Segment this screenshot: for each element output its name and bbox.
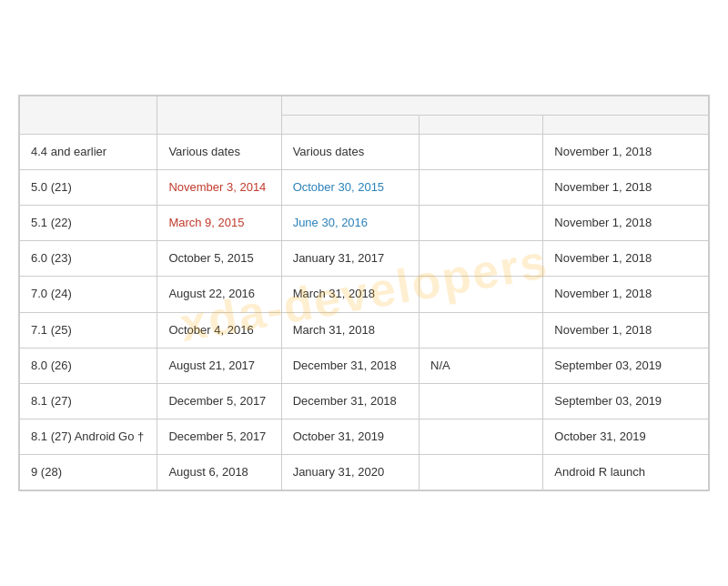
cell-os: 8.1 (27) Android Go †: [20, 419, 157, 455]
cell-swbuild: November 1, 2018: [543, 241, 709, 277]
cell-swbuild: November 1, 2018: [543, 205, 709, 240]
table-row: 7.0 (24)August 22, 2016March 31, 2018Nov…: [20, 277, 709, 312]
cell-os: 4.4 and earlier: [20, 134, 157, 169]
cell-os: 6.0 (23): [20, 241, 157, 277]
table-row: 5.0 (21)November 3, 2014October 30, 2015…: [20, 169, 709, 205]
cell-product: N/A: [420, 348, 543, 383]
table-row: 7.1 (25)October 4, 2016March 31, 2018Nov…: [20, 312, 709, 348]
cell-aosp: October 4, 2016: [157, 312, 281, 348]
cell-device: December 31, 2018: [281, 348, 419, 383]
cell-device: March 31, 2018: [281, 312, 419, 348]
approval-table: 4.4 and earlierVarious datesVarious date…: [19, 96, 709, 491]
cell-swbuild: November 1, 2018: [543, 169, 709, 205]
cell-os: 9 (28): [20, 455, 157, 490]
cell-product: [420, 383, 543, 419]
cell-swbuild: November 1, 2018: [543, 134, 709, 169]
cell-aosp: March 9, 2015: [157, 205, 281, 240]
cell-product: [420, 419, 543, 455]
cell-aosp: Various dates: [157, 134, 281, 169]
cell-product: [420, 205, 543, 240]
table-row: 5.1 (22)March 9, 2015June 30, 2016Novemb…: [20, 205, 709, 240]
main-table-wrapper: xda-developers 4.4 and earlierVarious da…: [18, 95, 710, 492]
cell-aosp: December 5, 2017: [157, 419, 281, 455]
cell-swbuild: October 31, 2019: [543, 419, 709, 455]
cell-device: October 31, 2019: [281, 419, 419, 455]
header-aosp: [157, 96, 281, 134]
cell-product: [420, 241, 543, 277]
cell-device: October 30, 2015: [281, 169, 419, 205]
cell-aosp: November 3, 2014: [157, 169, 281, 205]
cell-device: Various dates: [281, 134, 419, 169]
table-row: 4.4 and earlierVarious datesVarious date…: [20, 134, 709, 169]
cell-product: [420, 455, 543, 490]
table-row: 9 (28)August 6, 2018January 31, 2020Andr…: [20, 455, 709, 490]
cell-swbuild: September 03, 2019: [543, 348, 709, 383]
cell-product: [420, 277, 543, 312]
cell-device: January 31, 2017: [281, 241, 419, 277]
cell-device: December 31, 2018: [281, 383, 419, 419]
cell-product: [420, 312, 543, 348]
cell-os: 7.0 (24): [20, 277, 157, 312]
cell-device: March 31, 2018: [281, 277, 419, 312]
subheader-swbuild: [543, 115, 709, 134]
cell-aosp: August 21, 2017: [157, 348, 281, 383]
table-row: 8.0 (26)August 21, 2017December 31, 2018…: [20, 348, 709, 383]
header-approval: [281, 96, 708, 115]
cell-swbuild: September 03, 2019: [543, 383, 709, 419]
cell-swbuild: November 1, 2018: [543, 312, 709, 348]
cell-os: 8.0 (26): [20, 348, 157, 383]
cell-os: 7.1 (25): [20, 312, 157, 348]
cell-device: January 31, 2020: [281, 455, 419, 490]
table-row: 8.1 (27)December 5, 2017December 31, 201…: [20, 383, 709, 419]
cell-device: June 30, 2016: [281, 205, 419, 240]
table-row: 6.0 (23)October 5, 2015January 31, 2017N…: [20, 241, 709, 277]
cell-os: 5.1 (22): [20, 205, 157, 240]
cell-swbuild: November 1, 2018: [543, 277, 709, 312]
header-os: [20, 96, 157, 134]
cell-swbuild: Android R launch: [543, 455, 709, 490]
subheader-device: [281, 115, 419, 134]
cell-product: [420, 134, 543, 169]
cell-product: [420, 169, 543, 205]
cell-aosp: December 5, 2017: [157, 383, 281, 419]
table-row: 8.1 (27) Android Go †December 5, 2017Oct…: [20, 419, 709, 455]
cell-aosp: August 22, 2016: [157, 277, 281, 312]
cell-os: 8.1 (27): [20, 383, 157, 419]
cell-aosp: October 5, 2015: [157, 241, 281, 277]
cell-aosp: August 6, 2018: [157, 455, 281, 490]
cell-os: 5.0 (21): [20, 169, 157, 205]
subheader-product: [420, 115, 543, 134]
